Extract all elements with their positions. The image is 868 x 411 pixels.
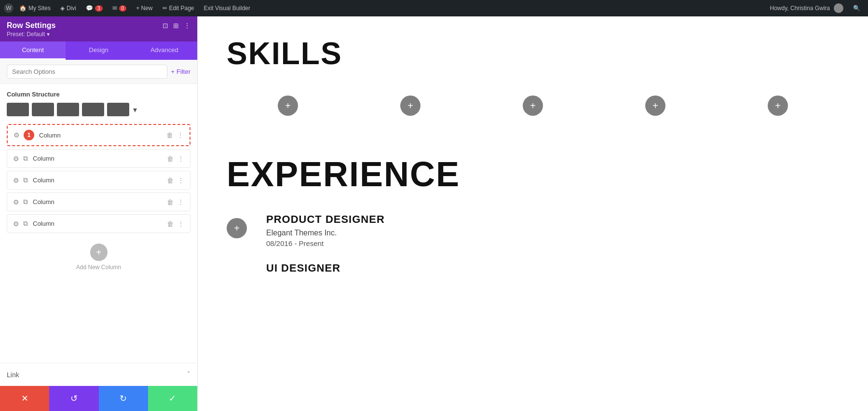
settings-icon-4[interactable]: ⚙ [13, 198, 19, 206]
delete-icon-1[interactable]: 🗑 [166, 131, 173, 139]
add-module-4[interactable]: + [645, 96, 665, 116]
more-icon-3[interactable]: ⋮ [177, 177, 184, 184]
panel-search-row: + Filter [0, 60, 197, 84]
col-actions-2: 🗑 ⋮ [167, 155, 184, 163]
add-module-3[interactable]: + [523, 96, 543, 116]
col-label-3: Column [33, 177, 167, 184]
left-panel: Row Settings ⊡ ⊞ ⋮ Preset: Default Conte… [0, 16, 198, 411]
columns-icon[interactable]: ⊞ [173, 22, 179, 29]
col-structure-1[interactable] [7, 103, 29, 116]
link-section: Link ˅ [0, 363, 197, 386]
new-button[interactable]: + New [132, 0, 156, 16]
column-row-1: ⚙ 1 Column 🗑 ⋮ [7, 124, 190, 146]
add-module-1[interactable]: + [278, 96, 298, 116]
exit-builder-button[interactable]: Exit Visual Builder [200, 0, 255, 16]
col-structure-5[interactable] [107, 103, 129, 116]
ui-designer-role: UI DESIGNER [266, 262, 839, 274]
more-icon-4[interactable]: ⋮ [177, 198, 184, 206]
link-row[interactable]: Link ˅ [7, 370, 190, 379]
edit-page-button[interactable]: ✏ Edit Page [159, 0, 198, 16]
col-structure-4[interactable] [82, 103, 104, 116]
search-icon: 🔍 [853, 5, 860, 12]
canvas-inner: SKILLS + + + + + EXPERIENCE + PRODUCT DE… [227, 36, 839, 274]
column-row-4: ⚙ ⧉ Column 🗑 ⋮ [7, 192, 190, 211]
messages-menu[interactable]: ✉ 0 [108, 0, 131, 16]
delete-icon-2[interactable]: 🗑 [167, 155, 174, 163]
my-sites-menu[interactable]: 🏠 My Sites [15, 0, 54, 16]
redo-button[interactable]: ↻ [99, 386, 148, 411]
product-designer-company: Elegant Themes Inc. [266, 229, 839, 237]
more-icon-1[interactable]: ⋮ [177, 131, 184, 139]
tab-design[interactable]: Design [66, 41, 131, 60]
product-designer-role: PRODUCT DESIGNER [266, 213, 839, 226]
column-row-3: ⚙ ⧉ Column 🗑 ⋮ [7, 171, 190, 190]
col-badge-1: 1 [24, 130, 34, 140]
experience-title: EXPERIENCE [227, 154, 839, 194]
panel-content: Column Structure ▾ ⚙ 1 Column 🗑 ⋮ [0, 84, 197, 363]
panel-header: Row Settings ⊡ ⊞ ⋮ Preset: Default [0, 16, 197, 41]
wordpress-icon[interactable]: W [4, 3, 14, 13]
settings-icon-1[interactable]: ⚙ [14, 131, 20, 139]
comments-menu[interactable]: 💬 3 [82, 0, 107, 16]
divi-menu[interactable]: ◈ Divi [56, 0, 80, 16]
more-icon-2[interactable]: ⋮ [177, 155, 184, 163]
add-column-label: Add New Column [76, 264, 121, 271]
link-label: Link [7, 371, 19, 379]
settings-icon-2[interactable]: ⚙ [13, 155, 19, 163]
settings-icon-5[interactable]: ⚙ [13, 220, 19, 228]
search-button[interactable]: 🔍 [849, 5, 864, 12]
delete-icon-5[interactable]: 🗑 [167, 220, 174, 228]
add-module-2[interactable]: + [400, 96, 420, 116]
delete-icon-3[interactable]: 🗑 [167, 177, 174, 184]
tab-advanced[interactable]: Advanced [132, 41, 197, 60]
experience-content: + PRODUCT DESIGNER Elegant Themes Inc. 0… [227, 213, 839, 274]
duplicate-icon-2[interactable]: ⧉ [23, 154, 28, 163]
col-row-icons-4: ⚙ ⧉ [13, 198, 28, 206]
col-structure-arrow[interactable]: ▾ [133, 105, 137, 114]
col-row-icons-5: ⚙ ⧉ [13, 219, 28, 228]
delete-icon-4[interactable]: 🗑 [167, 198, 174, 206]
column-row-5: ⚙ ⧉ Column 🗑 ⋮ [7, 214, 190, 233]
admin-bar: W 🏠 My Sites ◈ Divi 💬 3 ✉ 0 + New ✏ Edit… [0, 0, 868, 16]
main-layout: Row Settings ⊡ ⊞ ⋮ Preset: Default Conte… [0, 16, 868, 411]
col-label-5: Column [33, 220, 167, 227]
col-actions-3: 🗑 ⋮ [167, 177, 184, 184]
duplicate-icon-4[interactable]: ⧉ [23, 198, 28, 206]
tab-content[interactable]: Content [0, 41, 66, 60]
col-label-2: Column [33, 155, 167, 162]
admin-bar-right: Howdy, Christina Gwira 🔍 [766, 3, 864, 13]
pencil-icon: ✏ [163, 5, 167, 12]
undo-button[interactable]: ↺ [49, 386, 98, 411]
chevron-down-icon: ˅ [187, 370, 190, 379]
filter-button[interactable]: + Filter [171, 68, 190, 75]
expand-icon[interactable]: ⊡ [163, 22, 168, 29]
add-module-5[interactable]: + [768, 96, 788, 116]
duplicate-icon-5[interactable]: ⧉ [23, 219, 28, 228]
exp-details: PRODUCT DESIGNER Elegant Themes Inc. 08/… [266, 213, 839, 274]
howdy-menu[interactable]: Howdy, Christina Gwira [766, 3, 847, 13]
col-structure-3[interactable] [57, 103, 79, 116]
col-row-icons-3: ⚙ ⧉ [13, 176, 28, 184]
duplicate-icon-3[interactable]: ⧉ [23, 176, 28, 184]
column-structure-row: ▾ [7, 103, 190, 116]
col-structure-2[interactable] [32, 103, 54, 116]
panel-title: Row Settings [7, 21, 55, 30]
skills-columns: + + + + + [227, 86, 839, 125]
settings-icon-3[interactable]: ⚙ [13, 177, 19, 184]
more-icon-5[interactable]: ⋮ [177, 220, 184, 228]
message-icon: ✉ [112, 5, 117, 12]
add-column-button[interactable]: + [90, 244, 108, 261]
panel-footer: ✕ ↺ ↻ ✓ [0, 386, 197, 411]
save-button[interactable]: ✓ [148, 386, 197, 411]
col-actions-4: 🗑 ⋮ [167, 198, 184, 206]
panel-preset[interactable]: Preset: Default [7, 31, 190, 38]
more-icon[interactable]: ⋮ [184, 22, 190, 29]
col-label-4: Column [33, 198, 167, 206]
cancel-button[interactable]: ✕ [0, 386, 49, 411]
search-input[interactable] [7, 65, 167, 79]
column-row-2: ⚙ ⧉ Column 🗑 ⋮ [7, 149, 190, 168]
col-row-icons-1: ⚙ 1 [14, 130, 34, 140]
home-icon: 🏠 [19, 5, 27, 12]
add-exp-module[interactable]: + [227, 218, 247, 238]
comment-count: 3 [95, 5, 103, 12]
